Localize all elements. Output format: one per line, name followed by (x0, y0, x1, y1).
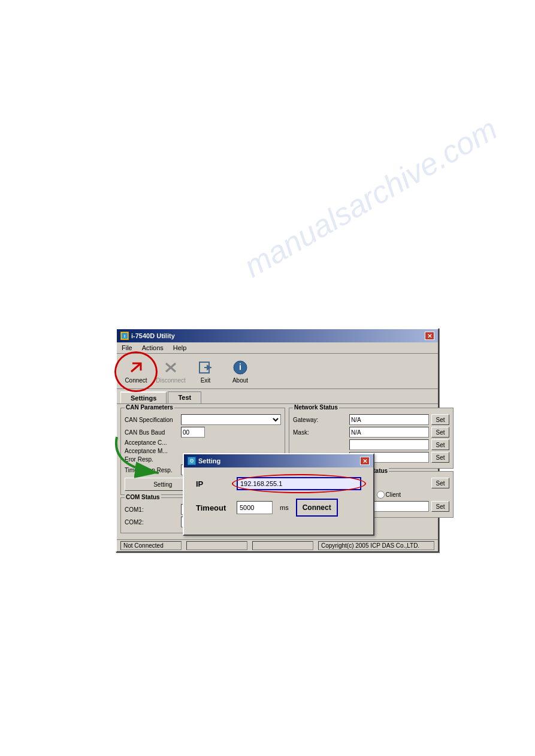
timeout-label: Timeout (196, 503, 232, 512)
connect-to-set-btn[interactable]: Set (431, 501, 449, 512)
can-baud-input[interactable] (181, 427, 205, 438)
status-bar: Not Connected Copyright(c) 2005 ICP DAS … (117, 539, 438, 551)
tab-area: Settings Test (117, 389, 438, 403)
gateway-row: Gateway: Set (293, 414, 449, 425)
can-baud-label: CAN Bus Baud (125, 429, 179, 436)
svg-text:i: i (239, 362, 241, 372)
disconnect-button[interactable]: Disconnect (155, 356, 186, 386)
svg-text:i: i (124, 333, 125, 339)
connect-button[interactable]: Connect (120, 356, 152, 386)
disconnect-label: Disconnect (156, 377, 185, 384)
setting-dialog: ⚙ Setting ✕ IP Timeout ms Connect (183, 453, 374, 536)
ip-input-wrap (237, 477, 361, 490)
exit-label: Exit (201, 377, 211, 384)
exit-button[interactable]: Exit (190, 356, 221, 386)
com2-label: COM2: (125, 519, 179, 526)
watermark: manualsarchive.com (238, 111, 503, 284)
title-bar-left: i i-7540D Utility (120, 332, 175, 340)
toolbar: Connect Disconnect Exit (117, 354, 438, 389)
mask-input[interactable] (349, 427, 429, 438)
acceptance-code-label: Acceptance C... (125, 439, 179, 446)
can-spec-label: CAN Specification (125, 417, 179, 423)
setting-close-button[interactable]: ✕ (360, 457, 370, 465)
extra-set-button2[interactable]: Set (431, 452, 449, 463)
close-button[interactable]: ✕ (425, 332, 434, 340)
about-button[interactable]: i About (225, 356, 256, 386)
ms-label: ms (280, 504, 289, 511)
timestamp-label: TimeStamp Resp. (125, 467, 179, 473)
can-bus-pair-set-btn[interactable]: Set (431, 478, 449, 488)
setting-title-left: ⚙ Setting (188, 457, 220, 465)
tab-settings[interactable]: Settings (120, 391, 167, 403)
ip-input[interactable] (237, 477, 361, 490)
setting-connect-button[interactable]: Connect (296, 499, 338, 517)
about-icon: i (231, 359, 250, 377)
tab-test[interactable]: Test (168, 391, 201, 403)
about-label: About (232, 377, 248, 384)
setting-dialog-icon: ⚙ (188, 457, 196, 465)
can-params-title: CAN Parameters (125, 404, 174, 411)
timeout-row: Timeout ms Connect (196, 499, 361, 517)
extra-input1[interactable] (349, 439, 429, 450)
status-text: Not Connected (120, 541, 182, 550)
com1-label: COM1: (125, 506, 179, 513)
copyright-text: Copyright(c) 2005 ICP DAS Co.,LTD. (318, 541, 434, 550)
network-status-title: Network Status (293, 404, 339, 411)
error-resp-label: Eror Resp. (125, 456, 179, 463)
setting-dialog-title: Setting (198, 457, 220, 464)
gateway-set-button[interactable]: Set (431, 414, 449, 425)
status-empty2 (252, 541, 313, 550)
gateway-label: Gateway: (293, 417, 347, 423)
title-bar: i i-7540D Utility ✕ (117, 329, 438, 342)
acceptance-mask-label: Acceptance M... (125, 448, 179, 454)
mask-row: Mask: Set (293, 427, 449, 438)
client-radio-item: Client (377, 491, 401, 499)
connect-btn-wrap: Connect (120, 356, 152, 386)
mask-set-button[interactable]: Set (431, 427, 449, 438)
menu-file[interactable]: File (119, 344, 135, 352)
acceptance-code-row: Acceptance C... (125, 439, 281, 446)
app-icon: i (120, 332, 129, 340)
can-baud-row: CAN Bus Baud (125, 427, 281, 438)
com-status-title: COM Status (125, 494, 161, 500)
status-empty (186, 541, 247, 550)
ip-label: IP (196, 479, 232, 488)
connect-icon (126, 359, 146, 377)
gateway-input[interactable] (349, 414, 429, 425)
mask-label: Mask: (293, 429, 347, 436)
exit-icon (196, 359, 215, 377)
extra-set-button1[interactable]: Set (431, 439, 449, 450)
connect-label: Connect (125, 377, 147, 384)
setting-title-bar: ⚙ Setting ✕ (184, 454, 373, 467)
menu-actions[interactable]: Actions (140, 344, 166, 352)
can-spec-select[interactable] (181, 414, 281, 425)
can-spec-row: CAN Specification (125, 414, 281, 425)
extra-row1: Set (293, 439, 449, 450)
menu-help[interactable]: Help (171, 344, 189, 352)
timeout-input[interactable] (237, 501, 273, 514)
client-radio[interactable] (377, 491, 385, 499)
window-title: i-7540D Utility (131, 332, 175, 339)
ip-row: IP (196, 477, 361, 490)
menu-bar: File Actions Help (117, 342, 438, 354)
client-label: Client (386, 491, 401, 498)
setting-dialog-content: IP Timeout ms Connect (184, 467, 373, 535)
disconnect-icon (161, 359, 180, 377)
